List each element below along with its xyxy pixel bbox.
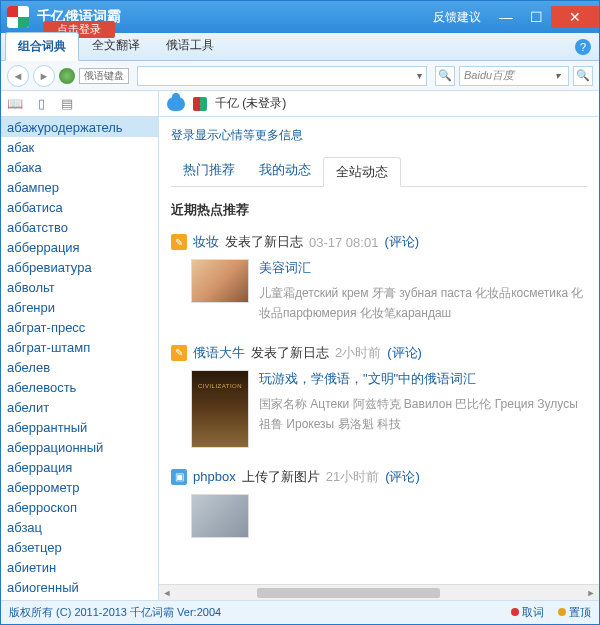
badge-icon: ▣: [171, 469, 187, 485]
feed-item: ✎妆妆发表了新日志03-17 08:01(评论)美容词汇儿童霜детский к…: [171, 233, 587, 324]
feed-title-link[interactable]: 美容词汇: [259, 259, 587, 277]
right-body: 登录显示心情等更多信息 热门推荐 我的动态 全站动态 近期热点推荐 ✎妆妆发表了…: [159, 117, 599, 584]
app-window: 千亿俄语词霸 点击登录 反馈建议 — ☐ ✕ 组合词典 全文翻译 俄语工具 ? …: [0, 0, 600, 625]
feed-user-link[interactable]: 俄语大牛: [193, 344, 245, 362]
sub-tabs: 热门推荐 我的动态 全站动态: [171, 156, 587, 187]
globe-icon[interactable]: [59, 68, 75, 84]
keyboard-tag[interactable]: 俄语键盘: [79, 68, 129, 84]
feed-action: 发表了新日志: [251, 344, 329, 362]
subtab-mine[interactable]: 我的动态: [247, 156, 323, 186]
feed-comment-link[interactable]: (评论): [384, 233, 419, 251]
tab-dictionary[interactable]: 组合词典: [5, 32, 79, 61]
feed-thumbnail[interactable]: [191, 494, 249, 538]
page-icon[interactable]: ▤: [59, 96, 75, 112]
sidebar-toolbar: 📖 ▯ ▤: [1, 91, 158, 117]
word-item[interactable]: абиогенный: [1, 577, 158, 597]
word-item[interactable]: абак: [1, 137, 158, 157]
search-button[interactable]: 🔍: [435, 66, 455, 86]
word-item[interactable]: абажуродержатель: [1, 117, 158, 137]
feed-head: ✎俄语大牛发表了新日志2小时前(评论): [171, 344, 587, 362]
word-item[interactable]: абграт-пресс: [1, 317, 158, 337]
feed-time: 21小时前: [326, 468, 379, 486]
feed-desc: 儿童霜детский крем 牙膏 зубная паста 化妆品косме…: [259, 283, 587, 324]
feed-text: 美容词汇儿童霜детский крем 牙膏 зубная паста 化妆品к…: [259, 259, 587, 324]
login-hint-link[interactable]: 登录显示心情等更多信息: [171, 127, 587, 144]
word-item[interactable]: абграт-штамп: [1, 337, 158, 357]
feed-thumbnail[interactable]: [191, 370, 249, 448]
word-item[interactable]: абелевость: [1, 377, 158, 397]
search-input[interactable]: [138, 67, 413, 85]
pick-word-toggle[interactable]: 取词: [511, 605, 544, 620]
badge-icon: ✎: [171, 345, 187, 361]
book-icon[interactable]: 📖: [7, 96, 23, 112]
bookmark-icon[interactable]: ▯: [33, 96, 49, 112]
feed-item: ▣phpbox上传了新图片21小时前(评论): [171, 468, 587, 538]
back-button[interactable]: ◄: [7, 65, 29, 87]
word-item[interactable]: аббатиса: [1, 197, 158, 217]
word-item[interactable]: аббревиатура: [1, 257, 158, 277]
word-item[interactable]: аббатство: [1, 217, 158, 237]
sidebar: 📖 ▯ ▤ абажуродержательабакабакаабампераб…: [1, 91, 159, 600]
feed-head: ▣phpbox上传了新图片21小时前(评论): [171, 468, 587, 486]
feed-comment-link[interactable]: (评论): [387, 344, 422, 362]
minimize-button[interactable]: —: [491, 6, 521, 28]
forward-button[interactable]: ►: [33, 65, 55, 87]
engine-select[interactable]: Baidu百度 ▾: [459, 66, 569, 86]
feed-action: 发表了新日志: [225, 233, 303, 251]
word-item[interactable]: аберрометр: [1, 477, 158, 497]
statusbar: 版权所有 (C) 2011-2013 千亿词霸 Ver:2004 取词 置顶: [1, 600, 599, 624]
feed-head: ✎妆妆发表了新日志03-17 08:01(评论): [171, 233, 587, 251]
word-item[interactable]: абзац: [1, 517, 158, 537]
feed-text: 玩游戏，学俄语，"文明"中的俄语词汇国家名称 Ацтеки 阿兹特克 Вавил…: [259, 370, 587, 448]
feed-time: 03-17 08:01: [309, 235, 378, 250]
maximize-button[interactable]: ☐: [521, 6, 551, 28]
window-controls: — ☐ ✕: [491, 6, 599, 28]
word-item[interactable]: абиетин: [1, 557, 158, 577]
search-box: ▾: [137, 66, 427, 86]
help-icon[interactable]: ?: [575, 39, 591, 55]
scroll-track[interactable]: [175, 585, 583, 601]
feed-title-link[interactable]: 玩游戏，学俄语，"文明"中的俄语词汇: [259, 370, 587, 388]
word-item[interactable]: абака: [1, 157, 158, 177]
scroll-thumb[interactable]: [257, 588, 441, 598]
word-item[interactable]: абзетцер: [1, 537, 158, 557]
subtab-hot[interactable]: 热门推荐: [171, 156, 247, 186]
horizontal-scrollbar[interactable]: ◄ ►: [159, 584, 599, 600]
feed-time: 2小时前: [335, 344, 381, 362]
word-item[interactable]: аберроскоп: [1, 497, 158, 517]
word-item[interactable]: аберрационный: [1, 437, 158, 457]
cloud-icon[interactable]: [167, 97, 185, 111]
always-on-top-toggle[interactable]: 置顶: [558, 605, 591, 620]
scroll-right-icon[interactable]: ►: [583, 585, 599, 601]
feed-comment-link[interactable]: (评论): [385, 468, 420, 486]
feed-user-link[interactable]: 妆妆: [193, 233, 219, 251]
scroll-left-icon[interactable]: ◄: [159, 585, 175, 601]
web-search-button[interactable]: 🔍: [573, 66, 593, 86]
feed-user-link[interactable]: phpbox: [193, 469, 236, 484]
word-item[interactable]: абампер: [1, 177, 158, 197]
content-area: 📖 ▯ ▤ абажуродержательабакабакаабампераб…: [1, 91, 599, 600]
app-logo-icon: [7, 6, 29, 28]
word-item[interactable]: абвольт: [1, 277, 158, 297]
word-item[interactable]: абберрация: [1, 237, 158, 257]
feed-text: [259, 494, 587, 538]
status-right: 取词 置顶: [511, 605, 591, 620]
subtab-all[interactable]: 全站动态: [323, 157, 401, 187]
feed-thumbnail[interactable]: [191, 259, 249, 303]
close-button[interactable]: ✕: [551, 6, 599, 28]
word-item[interactable]: абелит: [1, 397, 158, 417]
feed-body: 玩游戏，学俄语，"文明"中的俄语词汇国家名称 Ацтеки 阿兹特克 Вавил…: [171, 370, 587, 448]
word-item[interactable]: аберрация: [1, 457, 158, 477]
engine-dropdown-icon: ▾: [551, 70, 564, 81]
word-item[interactable]: аберрантный: [1, 417, 158, 437]
word-item[interactable]: абгенри: [1, 297, 158, 317]
feed-action: 上传了新图片: [242, 468, 320, 486]
word-list[interactable]: абажуродержательабакабакаабампераббатиса…: [1, 117, 158, 600]
account-status: 千亿 (未登录): [215, 95, 286, 112]
search-dropdown-icon[interactable]: ▾: [413, 70, 426, 81]
word-item[interactable]: абелев: [1, 357, 158, 377]
titlebar: 千亿俄语词霸 点击登录 反馈建议 — ☐ ✕: [1, 1, 599, 33]
feedback-link[interactable]: 反馈建议: [423, 9, 491, 26]
tab-tools[interactable]: 俄语工具: [153, 31, 227, 60]
right-pane: 千亿 (未登录) 登录显示心情等更多信息 热门推荐 我的动态 全站动态 近期热点…: [159, 91, 599, 600]
